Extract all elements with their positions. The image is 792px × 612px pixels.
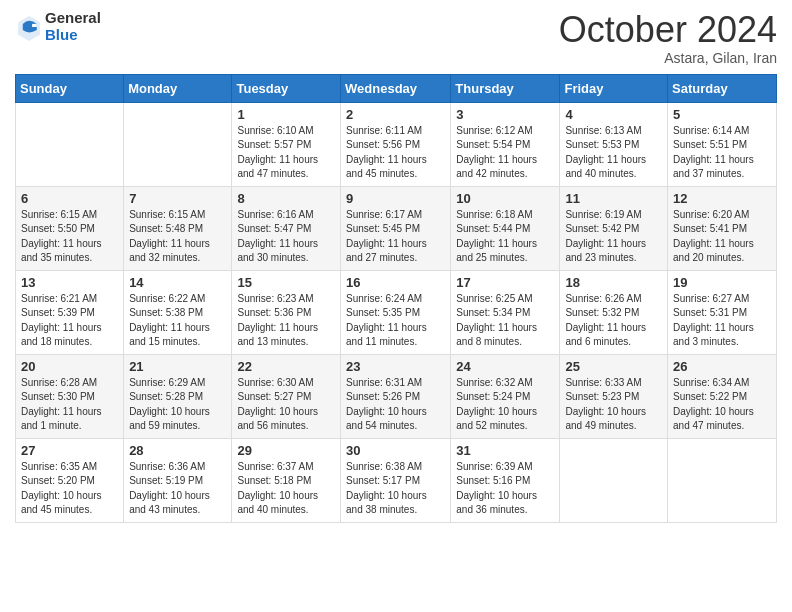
- weekday-header-thursday: Thursday: [451, 74, 560, 102]
- logo: General Blue: [15, 10, 101, 43]
- day-info: Sunrise: 6:15 AM Sunset: 5:50 PM Dayligh…: [21, 208, 118, 266]
- calendar-cell: 30Sunrise: 6:38 AM Sunset: 5:17 PM Dayli…: [341, 438, 451, 522]
- day-number: 27: [21, 443, 118, 458]
- day-info: Sunrise: 6:16 AM Sunset: 5:47 PM Dayligh…: [237, 208, 335, 266]
- day-info: Sunrise: 6:12 AM Sunset: 5:54 PM Dayligh…: [456, 124, 554, 182]
- day-info: Sunrise: 6:10 AM Sunset: 5:57 PM Dayligh…: [237, 124, 335, 182]
- day-info: Sunrise: 6:33 AM Sunset: 5:23 PM Dayligh…: [565, 376, 662, 434]
- calendar-week-row: 6Sunrise: 6:15 AM Sunset: 5:50 PM Daylig…: [16, 186, 777, 270]
- calendar-cell: 3Sunrise: 6:12 AM Sunset: 5:54 PM Daylig…: [451, 102, 560, 186]
- day-number: 12: [673, 191, 771, 206]
- day-number: 18: [565, 275, 662, 290]
- calendar-cell: [560, 438, 668, 522]
- day-info: Sunrise: 6:15 AM Sunset: 5:48 PM Dayligh…: [129, 208, 226, 266]
- day-number: 17: [456, 275, 554, 290]
- day-number: 1: [237, 107, 335, 122]
- calendar-cell: 6Sunrise: 6:15 AM Sunset: 5:50 PM Daylig…: [16, 186, 124, 270]
- calendar-cell: [668, 438, 777, 522]
- day-info: Sunrise: 6:25 AM Sunset: 5:34 PM Dayligh…: [456, 292, 554, 350]
- day-number: 29: [237, 443, 335, 458]
- day-number: 8: [237, 191, 335, 206]
- calendar-cell: 23Sunrise: 6:31 AM Sunset: 5:26 PM Dayli…: [341, 354, 451, 438]
- day-info: Sunrise: 6:32 AM Sunset: 5:24 PM Dayligh…: [456, 376, 554, 434]
- day-number: 25: [565, 359, 662, 374]
- weekday-header-saturday: Saturday: [668, 74, 777, 102]
- calendar-cell: 13Sunrise: 6:21 AM Sunset: 5:39 PM Dayli…: [16, 270, 124, 354]
- calendar-cell: 19Sunrise: 6:27 AM Sunset: 5:31 PM Dayli…: [668, 270, 777, 354]
- day-number: 26: [673, 359, 771, 374]
- logo-text: General Blue: [45, 10, 101, 43]
- day-info: Sunrise: 6:37 AM Sunset: 5:18 PM Dayligh…: [237, 460, 335, 518]
- day-info: Sunrise: 6:29 AM Sunset: 5:28 PM Dayligh…: [129, 376, 226, 434]
- day-info: Sunrise: 6:14 AM Sunset: 5:51 PM Dayligh…: [673, 124, 771, 182]
- calendar-cell: 22Sunrise: 6:30 AM Sunset: 5:27 PM Dayli…: [232, 354, 341, 438]
- day-number: 3: [456, 107, 554, 122]
- calendar-cell: 7Sunrise: 6:15 AM Sunset: 5:48 PM Daylig…: [124, 186, 232, 270]
- calendar-cell: 27Sunrise: 6:35 AM Sunset: 5:20 PM Dayli…: [16, 438, 124, 522]
- day-info: Sunrise: 6:21 AM Sunset: 5:39 PM Dayligh…: [21, 292, 118, 350]
- calendar-cell: 1Sunrise: 6:10 AM Sunset: 5:57 PM Daylig…: [232, 102, 341, 186]
- weekday-header-monday: Monday: [124, 74, 232, 102]
- calendar-cell: 24Sunrise: 6:32 AM Sunset: 5:24 PM Dayli…: [451, 354, 560, 438]
- calendar-cell: 14Sunrise: 6:22 AM Sunset: 5:38 PM Dayli…: [124, 270, 232, 354]
- weekday-header-tuesday: Tuesday: [232, 74, 341, 102]
- calendar-week-row: 1Sunrise: 6:10 AM Sunset: 5:57 PM Daylig…: [16, 102, 777, 186]
- calendar-cell: [16, 102, 124, 186]
- day-number: 24: [456, 359, 554, 374]
- day-info: Sunrise: 6:11 AM Sunset: 5:56 PM Dayligh…: [346, 124, 445, 182]
- day-number: 9: [346, 191, 445, 206]
- calendar-cell: 29Sunrise: 6:37 AM Sunset: 5:18 PM Dayli…: [232, 438, 341, 522]
- calendar-cell: 9Sunrise: 6:17 AM Sunset: 5:45 PM Daylig…: [341, 186, 451, 270]
- calendar-cell: 25Sunrise: 6:33 AM Sunset: 5:23 PM Dayli…: [560, 354, 668, 438]
- calendar-cell: 8Sunrise: 6:16 AM Sunset: 5:47 PM Daylig…: [232, 186, 341, 270]
- day-number: 4: [565, 107, 662, 122]
- day-number: 10: [456, 191, 554, 206]
- calendar-week-row: 13Sunrise: 6:21 AM Sunset: 5:39 PM Dayli…: [16, 270, 777, 354]
- day-info: Sunrise: 6:30 AM Sunset: 5:27 PM Dayligh…: [237, 376, 335, 434]
- day-number: 22: [237, 359, 335, 374]
- logo-general: General: [45, 10, 101, 27]
- calendar-cell: 21Sunrise: 6:29 AM Sunset: 5:28 PM Dayli…: [124, 354, 232, 438]
- day-number: 20: [21, 359, 118, 374]
- day-info: Sunrise: 6:27 AM Sunset: 5:31 PM Dayligh…: [673, 292, 771, 350]
- day-info: Sunrise: 6:18 AM Sunset: 5:44 PM Dayligh…: [456, 208, 554, 266]
- day-number: 19: [673, 275, 771, 290]
- day-info: Sunrise: 6:31 AM Sunset: 5:26 PM Dayligh…: [346, 376, 445, 434]
- calendar-cell: 4Sunrise: 6:13 AM Sunset: 5:53 PM Daylig…: [560, 102, 668, 186]
- day-info: Sunrise: 6:28 AM Sunset: 5:30 PM Dayligh…: [21, 376, 118, 434]
- day-info: Sunrise: 6:23 AM Sunset: 5:36 PM Dayligh…: [237, 292, 335, 350]
- calendar-cell: 17Sunrise: 6:25 AM Sunset: 5:34 PM Dayli…: [451, 270, 560, 354]
- day-info: Sunrise: 6:19 AM Sunset: 5:42 PM Dayligh…: [565, 208, 662, 266]
- calendar-week-row: 27Sunrise: 6:35 AM Sunset: 5:20 PM Dayli…: [16, 438, 777, 522]
- weekday-header-row: SundayMondayTuesdayWednesdayThursdayFrid…: [16, 74, 777, 102]
- calendar-week-row: 20Sunrise: 6:28 AM Sunset: 5:30 PM Dayli…: [16, 354, 777, 438]
- day-number: 14: [129, 275, 226, 290]
- calendar-cell: 31Sunrise: 6:39 AM Sunset: 5:16 PM Dayli…: [451, 438, 560, 522]
- day-info: Sunrise: 6:35 AM Sunset: 5:20 PM Dayligh…: [21, 460, 118, 518]
- calendar-cell: 11Sunrise: 6:19 AM Sunset: 5:42 PM Dayli…: [560, 186, 668, 270]
- day-number: 5: [673, 107, 771, 122]
- logo-blue: Blue: [45, 27, 101, 44]
- page: General Blue October 2024 Astara, Gilan,…: [0, 0, 792, 538]
- title-block: October 2024 Astara, Gilan, Iran: [559, 10, 777, 66]
- day-number: 28: [129, 443, 226, 458]
- day-number: 31: [456, 443, 554, 458]
- day-number: 15: [237, 275, 335, 290]
- day-info: Sunrise: 6:13 AM Sunset: 5:53 PM Dayligh…: [565, 124, 662, 182]
- calendar-cell: 12Sunrise: 6:20 AM Sunset: 5:41 PM Dayli…: [668, 186, 777, 270]
- day-info: Sunrise: 6:38 AM Sunset: 5:17 PM Dayligh…: [346, 460, 445, 518]
- calendar-cell: 28Sunrise: 6:36 AM Sunset: 5:19 PM Dayli…: [124, 438, 232, 522]
- day-info: Sunrise: 6:26 AM Sunset: 5:32 PM Dayligh…: [565, 292, 662, 350]
- calendar-cell: 18Sunrise: 6:26 AM Sunset: 5:32 PM Dayli…: [560, 270, 668, 354]
- calendar-cell: 15Sunrise: 6:23 AM Sunset: 5:36 PM Dayli…: [232, 270, 341, 354]
- calendar-cell: [124, 102, 232, 186]
- day-info: Sunrise: 6:36 AM Sunset: 5:19 PM Dayligh…: [129, 460, 226, 518]
- day-number: 6: [21, 191, 118, 206]
- generalblue-logo-icon: [15, 13, 43, 41]
- day-number: 2: [346, 107, 445, 122]
- day-number: 16: [346, 275, 445, 290]
- calendar-cell: 5Sunrise: 6:14 AM Sunset: 5:51 PM Daylig…: [668, 102, 777, 186]
- calendar-title: October 2024: [559, 10, 777, 50]
- day-info: Sunrise: 6:22 AM Sunset: 5:38 PM Dayligh…: [129, 292, 226, 350]
- header: General Blue October 2024 Astara, Gilan,…: [15, 10, 777, 66]
